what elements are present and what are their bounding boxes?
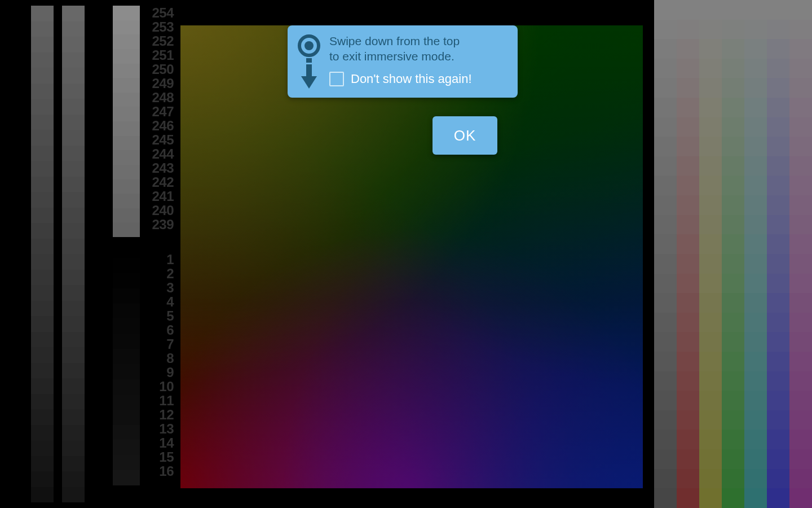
immersive-mode-hint: Swipe down from the top to exit immersiv…	[288, 25, 518, 98]
dont-show-again-checkbox[interactable]	[329, 72, 344, 86]
hint-line-1: Swipe down from the top	[329, 34, 460, 47]
swipe-down-icon	[297, 33, 321, 90]
ok-button-label: OK	[454, 127, 476, 144]
ok-button[interactable]: OK	[433, 116, 497, 155]
svg-rect-3	[306, 64, 312, 77]
svg-marker-4	[301, 76, 317, 89]
hint-line-2: to exit immersive mode.	[329, 50, 454, 63]
dont-show-again-label[interactable]: Don't show this again!	[351, 72, 472, 86]
svg-rect-2	[306, 58, 312, 63]
svg-point-1	[304, 41, 314, 50]
